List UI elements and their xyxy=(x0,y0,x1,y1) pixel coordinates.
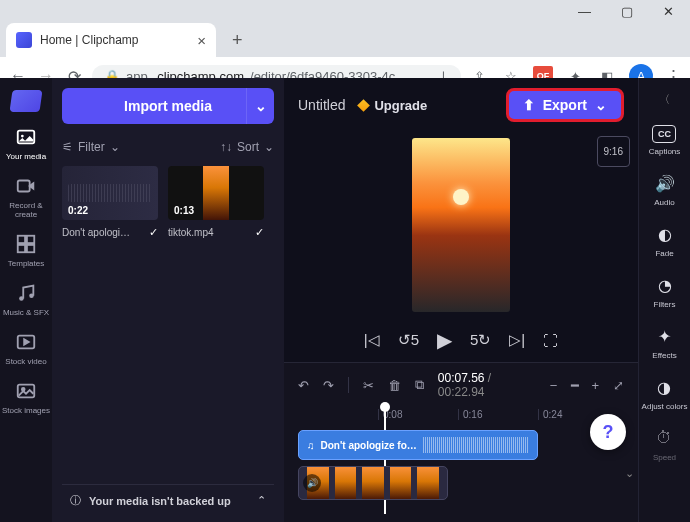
nav-stock-video[interactable]: Stock video xyxy=(5,331,46,366)
svg-rect-3 xyxy=(18,236,25,243)
panel-label: Audio xyxy=(654,198,674,207)
browser-tab[interactable]: Home | Clipchamp × xyxy=(6,23,216,57)
ruler-mark xyxy=(298,409,378,420)
panel-adjust-colors[interactable]: ◑ Adjust colors xyxy=(642,376,688,411)
timecode: 00:07.56 / 00:22.94 xyxy=(438,371,522,399)
filter-button[interactable]: ⚟ Filter ⌄ xyxy=(62,140,120,154)
browser-chrome: — ▢ ✕ Home | Clipchamp × + ← → ⟳ 🔒 app.c… xyxy=(0,0,690,78)
import-dropdown[interactable]: ⌄ xyxy=(246,88,274,124)
media-thumbnail: 0:13 xyxy=(168,166,264,220)
panel-label: Fade xyxy=(655,249,673,258)
editor-topbar: Untitled Upgrade ⬆ Export ⌄ xyxy=(284,78,638,132)
nav-record-create[interactable]: Record & create xyxy=(0,175,52,219)
svg-rect-6 xyxy=(27,245,34,252)
project-title[interactable]: Untitled xyxy=(298,97,345,113)
nav-label: Record & create xyxy=(0,201,52,219)
panel-speed[interactable]: ⏱ Speed xyxy=(653,427,676,462)
tab-close-icon[interactable]: × xyxy=(197,32,206,49)
clipchamp-logo[interactable] xyxy=(9,90,42,112)
collapse-panel-icon[interactable]: 〈 xyxy=(659,92,670,107)
media-panel: Import media ⌄ ⚟ Filter ⌄ ↑↓ Sort ⌄ 0:22 xyxy=(52,78,284,522)
import-media-button[interactable]: Import media ⌄ xyxy=(62,88,274,124)
aspect-ratio-button[interactable]: 9:16 xyxy=(597,136,630,167)
music-icon xyxy=(15,282,37,304)
panel-label: Speed xyxy=(653,453,676,462)
speed-icon: ⏱ xyxy=(653,427,675,449)
video-clip[interactable]: 🔊 xyxy=(298,466,448,500)
zoom-slider[interactable]: ━ xyxy=(571,378,577,393)
panel-audio[interactable]: 🔊 Audio xyxy=(654,172,676,207)
panel-label: Effects xyxy=(652,351,676,360)
media-duration: 0:13 xyxy=(174,205,194,216)
stock-video-icon xyxy=(15,331,37,353)
zoom-fit-button[interactable]: ⤢ xyxy=(613,378,624,393)
forward-5-button[interactable]: 5↻ xyxy=(470,331,491,349)
svg-point-7 xyxy=(19,296,24,301)
audio-clip-label: Don't apologize fo… xyxy=(321,440,417,451)
window-minimize[interactable]: — xyxy=(578,4,591,19)
player-controls: |◁ ↺5 ▶ 5↻ ▷| ⛶ xyxy=(284,318,638,362)
sort-icon: ↑↓ xyxy=(220,140,232,154)
export-label: Export xyxy=(543,97,587,113)
sort-label: Sort xyxy=(237,140,259,154)
audio-clip[interactable]: ♫ Don't apologize fo… xyxy=(298,430,538,460)
timeline-tracks: ♫ Don't apologize fo… 🔊 xyxy=(284,424,638,506)
split-button[interactable]: ✂ xyxy=(363,378,374,393)
backup-banner[interactable]: ⓘ Your media isn't backed up ⌃ xyxy=(62,484,274,516)
zoom-in-button[interactable]: + xyxy=(591,378,599,393)
redo-button[interactable]: ↷ xyxy=(323,378,334,393)
export-button[interactable]: ⬆ Export ⌄ xyxy=(506,88,624,122)
info-icon: ⓘ xyxy=(70,493,81,508)
timeline-ruler[interactable]: 0:08 0:16 0:24 xyxy=(284,407,638,424)
right-nav: 〈 CC Captions 🔊 Audio ◐ Fade ◔ Filters ✦… xyxy=(638,78,690,522)
zoom-out-button[interactable]: − xyxy=(550,378,558,393)
nav-stock-images[interactable]: Stock images xyxy=(2,380,50,415)
skip-forward-button[interactable]: ▷| xyxy=(509,331,525,349)
delete-button[interactable]: 🗑 xyxy=(388,378,401,393)
record-icon xyxy=(15,175,37,197)
used-check-icon: ✓ xyxy=(149,226,158,239)
backup-message: Your media isn't backed up xyxy=(89,495,231,507)
nav-label: Templates xyxy=(8,259,44,268)
upgrade-button[interactable]: Upgrade xyxy=(359,98,427,113)
ruler-mark: 0:08 xyxy=(378,409,458,420)
nav-label: Stock video xyxy=(5,357,46,366)
window-maximize[interactable]: ▢ xyxy=(621,4,633,19)
waveform xyxy=(423,437,529,453)
panel-captions[interactable]: CC Captions xyxy=(649,125,681,156)
panel-filters[interactable]: ◔ Filters xyxy=(654,274,676,309)
media-item[interactable]: 0:22 Don't apologi… ✓ xyxy=(62,166,158,239)
audio-icon: 🔊 xyxy=(654,172,676,194)
sort-button[interactable]: ↑↓ Sort ⌄ xyxy=(220,140,274,154)
nav-templates[interactable]: Templates xyxy=(8,233,44,268)
nav-music-sfx[interactable]: Music & SFX xyxy=(3,282,49,317)
panel-fade[interactable]: ◐ Fade xyxy=(654,223,676,258)
used-check-icon: ✓ xyxy=(255,226,264,239)
nav-your-media[interactable]: Your media xyxy=(6,126,46,161)
upgrade-label: Upgrade xyxy=(374,98,427,113)
window-close[interactable]: ✕ xyxy=(663,4,674,19)
play-button[interactable]: ▶ xyxy=(437,328,452,352)
new-tab-button[interactable]: + xyxy=(226,24,249,57)
filter-label: Filter xyxy=(78,140,105,154)
svg-rect-5 xyxy=(18,245,25,252)
ruler-mark: 0:24 xyxy=(538,409,618,420)
templates-icon xyxy=(15,233,37,255)
nav-label: Your media xyxy=(6,152,46,161)
video-preview[interactable] xyxy=(412,138,510,312)
skip-back-button[interactable]: |◁ xyxy=(364,331,380,349)
mute-icon[interactable]: 🔊 xyxy=(303,474,321,492)
stock-image-icon xyxy=(15,380,37,402)
adjust-colors-icon: ◑ xyxy=(653,376,675,398)
diamond-icon xyxy=(358,99,371,112)
panel-effects[interactable]: ✦ Effects xyxy=(652,325,676,360)
undo-button[interactable]: ↶ xyxy=(298,378,309,393)
media-item[interactable]: 0:13 tiktok.mp4 ✓ xyxy=(168,166,264,239)
panel-label: Filters xyxy=(654,300,676,309)
duplicate-button[interactable]: ⧉ xyxy=(415,377,424,393)
rewind-5-button[interactable]: ↺5 xyxy=(398,331,419,349)
media-filename: Don't apologi… xyxy=(62,227,130,238)
tab-favicon xyxy=(16,32,32,48)
fullscreen-button[interactable]: ⛶ xyxy=(543,332,558,349)
captions-icon: CC xyxy=(652,125,676,143)
